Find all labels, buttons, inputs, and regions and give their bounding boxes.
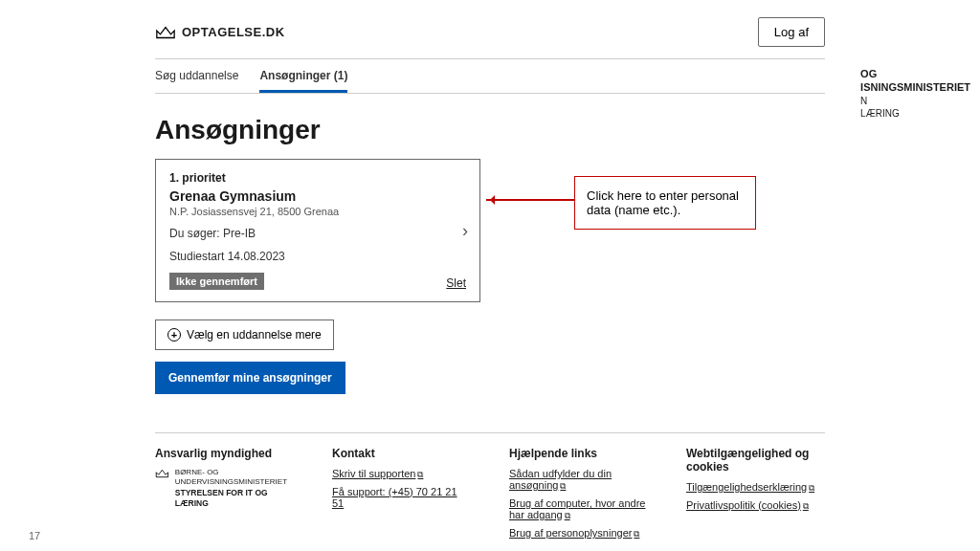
accessibility-link[interactable]: Tilgængelighedserklæring⧉ — [686, 481, 814, 494]
footer: Ansvarlig myndighed BØRNE- OG UNDERVISNI… — [155, 432, 825, 545]
footer-heading-contact: Kontakt — [332, 447, 471, 460]
privacy-link[interactable]: Privatlivspolitik (cookies)⧉ — [686, 499, 809, 512]
slide-page-number: 17 — [29, 530, 40, 541]
help-link-personal-data[interactable]: Brug af personoplysninger⧉ — [509, 527, 639, 540]
tabs: Søg uddannelse Ansøgninger (1) — [155, 58, 825, 94]
footer-heading-authority: Ansvarlig myndighed — [155, 447, 294, 460]
external-icon: ⧉ — [803, 501, 809, 511]
external-icon: ⧉ — [634, 529, 639, 539]
plus-icon: + — [167, 328, 181, 342]
logout-button[interactable]: Log af — [758, 17, 825, 47]
site-name: OPTAGELSE.DK — [182, 25, 285, 39]
footer-heading-help: Hjælpende links — [509, 447, 648, 460]
site-logo[interactable]: OPTAGELSE.DK — [155, 25, 285, 40]
tab-search[interactable]: Søg uddannelse — [155, 59, 238, 93]
add-education-label: Vælg en uddannelse mere — [187, 328, 322, 342]
submit-applications-button[interactable]: Gennemfør mine ansøgninger — [155, 362, 345, 394]
ministry-label: OG ISNINGSMINISTERIET N LÆRING — [860, 67, 970, 120]
program-line: Du søger: Pre-IB — [169, 227, 466, 240]
tab-applications[interactable]: Ansøgninger (1) — [259, 59, 347, 93]
external-icon: ⧉ — [560, 481, 566, 491]
external-icon: ⧉ — [565, 511, 570, 520]
status-badge: Ikke gennemført — [169, 273, 264, 290]
school-address: N.P. Josiassensvej 21, 8500 Grenaa — [169, 206, 466, 217]
add-education-button[interactable]: + Vælg en uddannelse mere — [155, 320, 334, 350]
help-link-howto[interactable]: Sådan udfylder du din ansøgning⧉ — [509, 468, 648, 492]
support-phone-link[interactable]: Få support: (+45) 70 21 21 51 — [332, 486, 471, 509]
help-link-shared-computer[interactable]: Brug af computer, hvor andre har adgang⧉ — [509, 497, 648, 521]
external-icon: ⧉ — [417, 470, 423, 479]
start-line: Studiestart 14.08.2023 — [169, 250, 466, 263]
priority-label: 1. prioritet — [169, 171, 466, 185]
chevron-right-icon: › — [462, 221, 468, 241]
annotation-callout: Click here to enter personal data (name … — [574, 176, 756, 230]
crown-icon — [155, 468, 169, 479]
footer-heading-accessibility: Webtilgængelighed og cookies — [686, 447, 825, 474]
support-write-link[interactable]: Skriv til supporten⧉ — [332, 468, 423, 480]
external-icon: ⧉ — [809, 483, 814, 493]
page-title: Ansøgninger — [155, 115, 825, 145]
application-card[interactable]: 1. prioritet Grenaa Gymnasium N.P. Josia… — [155, 159, 480, 302]
delete-button[interactable]: Slet — [446, 276, 466, 290]
authority-name: BØRNE- OG UNDERVISNINGSMINISTERIET STYRE… — [175, 468, 294, 509]
crown-icon — [155, 25, 176, 40]
annotation-arrow — [486, 199, 574, 201]
school-name: Grenaa Gymnasium — [169, 188, 466, 204]
